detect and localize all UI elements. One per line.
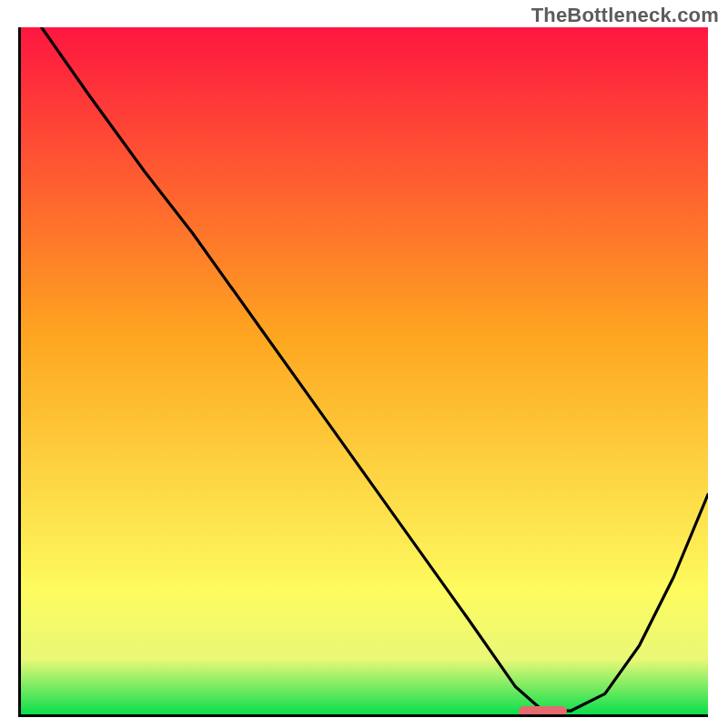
bottleneck-curve	[42, 27, 708, 711]
curve-layer	[21, 27, 708, 714]
chart-stage: TheBottleneck.com	[0, 0, 728, 728]
optimal-marker	[519, 706, 567, 716]
watermark-text: TheBottleneck.com	[531, 4, 719, 27]
plot-area	[18, 27, 708, 717]
